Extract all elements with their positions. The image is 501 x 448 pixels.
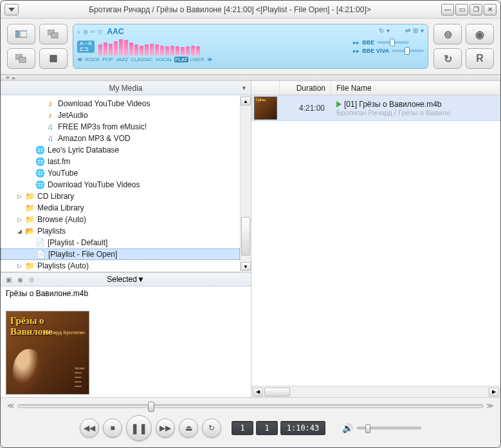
preset-prev[interactable]: ≪ [77, 57, 82, 62]
scroll-down[interactable]: ▼ [241, 262, 251, 271]
expand-icon[interactable] [26, 239, 33, 247]
tree-item[interactable]: ◢📂Playlists [1, 225, 240, 237]
window-controls: — ▭ ❐ ✕ [441, 4, 496, 15]
panel-toggle[interactable] [1, 75, 500, 81]
tree-item[interactable]: ♪JetAudio [1, 109, 240, 121]
expand-icon[interactable] [27, 251, 34, 258]
tree-item[interactable]: 📁Media Library [1, 202, 240, 214]
expand-icon[interactable] [37, 124, 44, 131]
expand-icon[interactable]: ▷ [16, 216, 23, 223]
tree-item[interactable]: ♫Amazon MP3 & VOD [1, 133, 240, 144]
scroll-up[interactable]: ▲ [241, 97, 251, 106]
record-button[interactable]: R [466, 48, 494, 69]
display-mode-icons[interactable]: ↻▾⇄⊞▾ [379, 27, 424, 34]
tree-item[interactable]: ▷📁Playlists (Auto) [1, 260, 240, 272]
restore-button[interactable]: ❐ [469, 4, 482, 15]
expand-icon[interactable]: ▷ [16, 263, 23, 270]
tree-item[interactable]: ♪Download YouTube Videos [1, 98, 240, 109]
preset-pop[interactable]: POP [101, 57, 114, 62]
info-display: ↻▾⇄⊞▾ »⊕✂⊙ AAC A↔B⊏⊐ ▸▸BBE ▸▸BB [73, 24, 428, 69]
preset-next[interactable]: ≫ [207, 57, 212, 62]
preset-rock[interactable]: ROCK [84, 57, 101, 62]
layout-button-3[interactable] [7, 48, 35, 69]
selected-label: Selected [107, 275, 137, 284]
playlist-row[interactable]: Грёзы4:21:00[01] Грёзы о Вавилоне.m4bБро… [251, 95, 500, 121]
album-cover[interactable]: Грёзы о Вавилоне Ричард Бротиган Читает•… [6, 311, 89, 395]
system-menu-button[interactable] [5, 4, 19, 15]
scroll-right[interactable]: ▶ [489, 387, 499, 397]
pause-button[interactable]: ❚❚ [126, 415, 152, 441]
preset-flat[interactable]: FLAT [174, 57, 189, 62]
scroll-thumb[interactable] [241, 217, 250, 256]
scroll-left[interactable]: ◀ [253, 387, 263, 397]
h-scroll-thumb[interactable] [264, 387, 290, 397]
expand-icon[interactable] [37, 112, 44, 119]
minimize-button[interactable]: — [441, 4, 454, 15]
selected-pane: ▣ ◉ ⊙ Selected ▼ Грёзы о Вавилоне.m4b Гр… [1, 272, 251, 397]
layout-button-1[interactable] [7, 24, 35, 44]
seek-back[interactable]: ≪ [7, 402, 15, 410]
bbe-slider[interactable] [377, 41, 409, 44]
ab-repeat-button[interactable]: A↔B⊏⊐ [77, 41, 95, 53]
expand-icon[interactable]: ◢ [16, 228, 23, 235]
sel-view-icon[interactable]: ▣ [3, 275, 14, 284]
tree-item[interactable]: 🌐Leo's Lyric Database [1, 144, 240, 156]
volume-slider[interactable] [357, 427, 421, 429]
playlist-body[interactable]: Грёзы4:21:00[01] Грёзы о Вавилоне.m4bБро… [251, 95, 500, 386]
preset-vocal[interactable]: VOCAL [154, 57, 174, 62]
preset-classic[interactable]: CLASSIC [129, 57, 154, 62]
counters: 1 1 1:10:43 [232, 421, 325, 435]
tree-item[interactable]: 📄[Playlist - File Open] [1, 248, 240, 260]
expand-icon[interactable] [37, 135, 44, 142]
tree-item[interactable]: 📄[Playlist - Default] [1, 237, 240, 248]
tree-item[interactable]: 🌐YouTube [1, 167, 240, 179]
eject-button[interactable]: ⏏ [179, 418, 198, 438]
sel-burn-icon[interactable]: ◉ [15, 275, 25, 284]
h-scrollbar[interactable]: ◀ ▶ [251, 386, 500, 397]
volume-thumb[interactable] [365, 424, 370, 433]
col-duration[interactable]: Duration [280, 81, 331, 95]
seek-track[interactable] [17, 404, 484, 408]
col-thumb[interactable] [251, 81, 280, 95]
rip-button[interactable]: ⊚ [433, 24, 462, 44]
folder-icon: 📁 [24, 261, 35, 271]
expand-icon[interactable] [26, 147, 33, 154]
note2-icon: ♫ [45, 122, 55, 132]
layout-button-4[interactable] [39, 48, 68, 69]
selected-filename: Грёзы о Вавилоне.m4b [6, 289, 246, 298]
viva-label: BBE ViVA [362, 48, 389, 54]
maximize-button[interactable]: ▭ [455, 4, 468, 15]
expand-icon[interactable] [26, 158, 33, 165]
expand-icon[interactable] [26, 170, 33, 177]
tree-item[interactable]: 🌐Download YouTube Videos [1, 179, 240, 191]
viva-slider[interactable] [392, 50, 424, 52]
layout-button-2[interactable] [39, 24, 68, 44]
sel-disc-icon[interactable]: ⊙ [26, 275, 37, 284]
tree-item[interactable]: ▷📁Browse (Auto) [1, 214, 240, 225]
mode-button[interactable]: ↻ [202, 418, 221, 438]
playback-controls: ◀◀ ■ ❚❚ ▶▶ ⏏ ↻ 1 1 1:10:43 🔊 [7, 415, 494, 441]
seek-thumb[interactable] [148, 402, 154, 412]
preset-jazz[interactable]: JAZZ [114, 57, 129, 62]
expand-icon[interactable] [37, 100, 44, 107]
close-button[interactable]: ✕ [484, 4, 496, 15]
tree-item[interactable]: ▷📁CD Library [1, 191, 240, 202]
convert-button[interactable]: ↻ [433, 48, 462, 69]
stop-button[interactable]: ■ [103, 418, 122, 438]
seek-fwd[interactable]: ≫ [486, 402, 494, 410]
media-dropdown[interactable]: ▼ [241, 85, 247, 91]
next-button[interactable]: ▶▶ [156, 418, 175, 438]
expand-icon[interactable]: ▷ [16, 193, 23, 200]
tree-scrollbar[interactable]: ▲ ▼ [240, 95, 251, 272]
col-filename[interactable]: File Name [331, 81, 500, 95]
tree-item[interactable]: ♫FREE MP3s from eMusic! [1, 121, 240, 133]
expand-icon[interactable] [16, 205, 23, 212]
media-tree[interactable]: ♪Download YouTube Videos♪JetAudio♫FREE M… [1, 95, 240, 272]
tree-item[interactable]: 🌐last.fm [1, 156, 240, 167]
preset-user[interactable]: USER [188, 57, 205, 62]
expand-icon[interactable] [26, 182, 33, 189]
prev-button[interactable]: ◀◀ [80, 418, 99, 438]
burn-button[interactable]: ◉ [466, 24, 494, 44]
selected-dropdown[interactable]: ▼ [137, 275, 145, 284]
volume-icon[interactable]: 🔊 [342, 423, 353, 433]
